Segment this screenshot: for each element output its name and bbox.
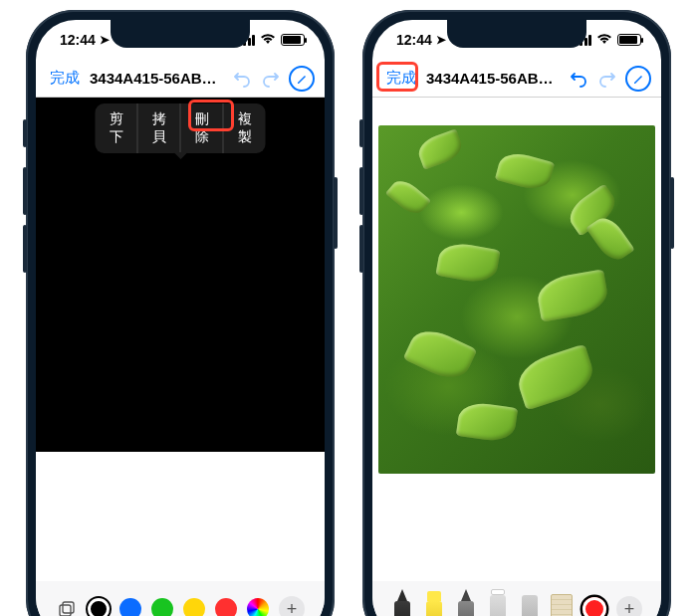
- markup-pen-icon[interactable]: [289, 66, 315, 92]
- document-title: 3434A415-56AB-...: [90, 70, 218, 87]
- tool-highlighter[interactable]: [423, 591, 445, 616]
- context-menu: 剪下 拷貝 刪除 複製: [96, 103, 266, 153]
- nav-bar: 完成 3434A415-56AB-...: [36, 60, 325, 98]
- notch: [111, 20, 250, 48]
- menu-duplicate[interactable]: 複製: [224, 103, 266, 153]
- color-black[interactable]: [88, 598, 110, 616]
- document-title: 3434A415-56AB-...: [426, 70, 555, 87]
- phone-frame-left: 12:44 ➤ 完成 3434A415-56AB-...: [26, 10, 335, 616]
- add-button[interactable]: +: [616, 596, 642, 616]
- power-button: [334, 177, 338, 249]
- power-button: [670, 177, 674, 249]
- svg-rect-0: [60, 605, 71, 616]
- canvas-area[interactable]: [36, 98, 325, 515]
- menu-copy[interactable]: 拷貝: [138, 103, 181, 153]
- tool-pen[interactable]: [391, 591, 413, 616]
- volume-up: [359, 167, 363, 215]
- add-button[interactable]: +: [279, 596, 305, 616]
- mute-switch: [23, 119, 27, 147]
- undo-icon[interactable]: [567, 67, 590, 91]
- volume-down: [359, 225, 363, 273]
- location-icon: ➤: [100, 33, 110, 47]
- redo-icon[interactable]: [595, 67, 619, 91]
- nav-bar: 完成 3434A415-56AB-...: [372, 60, 661, 98]
- color-yellow[interactable]: [183, 598, 205, 616]
- color-green[interactable]: [151, 598, 173, 616]
- notch: [447, 20, 586, 48]
- menu-cut[interactable]: 剪下: [96, 103, 138, 153]
- tool-ruler[interactable]: [551, 594, 573, 616]
- done-button[interactable]: 完成: [382, 67, 420, 90]
- color-blue[interactable]: [119, 598, 141, 616]
- selected-color-icon[interactable]: [582, 597, 606, 616]
- volume-down: [23, 225, 27, 273]
- screen-right: 12:44 ➤ 完成 3434A415-56AB-...: [372, 20, 661, 616]
- phone-frame-right: 12:44 ➤ 完成 3434A415-56AB-...: [362, 10, 671, 616]
- redo-icon[interactable]: [259, 67, 283, 91]
- volume-up: [23, 167, 27, 215]
- battery-icon: [281, 34, 305, 46]
- clock: 12:44: [396, 32, 432, 48]
- location-icon: ➤: [436, 33, 446, 47]
- wifi-icon: [596, 33, 612, 48]
- undo-icon[interactable]: [230, 67, 254, 91]
- canvas-area[interactable]: [372, 98, 661, 515]
- color-picker-icon[interactable]: [247, 598, 269, 616]
- tool-pencil[interactable]: [455, 591, 477, 616]
- menu-delete[interactable]: 刪除: [181, 103, 224, 153]
- svg-rect-1: [63, 602, 74, 613]
- color-red[interactable]: [215, 598, 237, 616]
- tool-lasso[interactable]: [519, 591, 541, 616]
- markup-pen-icon[interactable]: [625, 66, 651, 92]
- color-toolbar: +: [36, 581, 325, 616]
- tools-toolbar: +: [372, 581, 661, 616]
- mute-switch: [359, 119, 363, 147]
- done-button[interactable]: 完成: [46, 67, 84, 90]
- layers-icon[interactable]: [56, 598, 78, 616]
- photo-content: [378, 125, 655, 474]
- clock: 12:44: [60, 32, 96, 48]
- tool-eraser[interactable]: [487, 591, 509, 616]
- battery-icon: [617, 34, 641, 46]
- screen-left: 12:44 ➤ 完成 3434A415-56AB-...: [36, 20, 325, 616]
- wifi-icon: [260, 33, 276, 48]
